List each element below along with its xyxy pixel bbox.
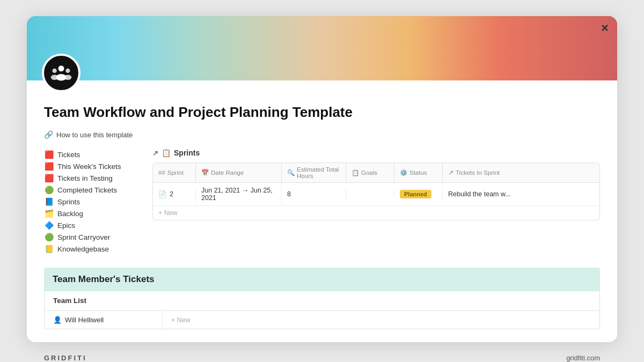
nav-label-tickets: Tickets — [57, 151, 80, 159]
nav-item-backlog[interactable]: 🗂️ Backlog — [44, 208, 135, 219]
svg-point-2 — [53, 69, 57, 73]
sprint-carryover-icon: 🟢 — [44, 233, 54, 241]
banner-keys-visual — [27, 16, 617, 80]
col-sprint-icon: ## — [158, 169, 165, 176]
col-sprint-label: Sprint — [167, 169, 184, 176]
nav-label-this-weeks-tickets: This Week's Tickets — [57, 162, 121, 171]
nav-label-sprint-carryover: Sprint Carryover — [57, 233, 110, 241]
team-section-header: Team Member's Tickets — [44, 268, 600, 291]
nav-label-completed-tickets: Completed Tickets — [57, 186, 117, 194]
how-to-use-label: How to use this template — [56, 131, 133, 139]
nav-item-tickets[interactable]: 🟥 Tickets — [44, 149, 135, 160]
col-hours-label: Estimated Total Hours — [297, 166, 340, 179]
two-col-layout: 🟥 Tickets 🟥 This Week's Tickets 🟥 Ticket… — [44, 149, 600, 255]
sprints-table: ## Sprint 📅 Date Range 🔍 Estimated Total… — [152, 162, 600, 220]
nav-label-knowledgebase: Knowledgebase — [57, 245, 109, 253]
svg-point-5 — [64, 75, 72, 80]
member-name-1: Will Helliwell — [65, 316, 104, 324]
how-to-use-link[interactable]: 🔗 How to use this template — [44, 130, 600, 139]
sprint-row-1-hours: 8 — [282, 187, 346, 202]
col-date-label: Date Range — [211, 169, 244, 176]
sprints-arrow-icon: ↗ — [152, 149, 158, 157]
nav-label-tickets-in-testing: Tickets in Testing — [57, 174, 113, 182]
sprint-row-1-goals — [346, 190, 394, 198]
epics-icon: 🔷 — [44, 221, 54, 230]
col-goals-label: Goals — [361, 169, 377, 176]
avatar — [42, 54, 80, 92]
sprints-icon: 📘 — [44, 197, 54, 206]
completed-tickets-icon: 🟢 — [44, 186, 54, 194]
nav-item-completed-tickets[interactable]: 🟢 Completed Tickets — [44, 184, 135, 196]
sprints-emoji-icon: 📋 — [162, 149, 171, 157]
nav-label-epics: Epics — [57, 221, 75, 230]
svg-point-4 — [65, 69, 70, 73]
banner-image: × — [27, 16, 617, 80]
sprints-table-header: ## Sprint 📅 Date Range 🔍 Estimated Total… — [153, 163, 599, 183]
main-window: × Team Workflow and Project Planning Tem… — [27, 16, 617, 342]
col-date-icon: 📅 — [201, 169, 209, 176]
this-weeks-tickets-icon: 🟥 — [44, 162, 54, 171]
sprint-doc-icon: 📄 — [158, 190, 167, 198]
sprint-row-1[interactable]: 📄 2 Jun 21, 2021 → Jun 25, 2021 8 Planne… — [153, 183, 599, 206]
team-table: Team List 👤 Will Helliwell + New — [44, 291, 600, 329]
col-tickets-label: Tickets In Sprint — [456, 169, 500, 176]
svg-point-0 — [58, 65, 64, 71]
col-goals: 📋 Goals — [346, 163, 394, 182]
right-panel: ↗ 📋 Sprints ## Sprint 📅 Date — [152, 149, 600, 220]
brand-left: GRIDFITI — [44, 354, 87, 362]
backlog-icon: 🗂️ — [44, 209, 54, 218]
col-status-icon: ⚙️ — [400, 169, 407, 176]
sprint-row-1-status: Planned — [394, 187, 443, 202]
team-list-row-1[interactable]: 👤 Will Helliwell + New — [45, 311, 599, 329]
how-to-use-icon: 🔗 — [44, 130, 53, 139]
col-tickets-in-sprint: ↗ Tickets In Sprint — [443, 163, 599, 182]
tickets-in-testing-icon: 🟥 — [44, 174, 54, 182]
status-badge-planned: Planned — [400, 190, 431, 198]
col-hours: 🔍 Estimated Total Hours — [282, 163, 346, 182]
col-tickets-icon: ↗ — [448, 169, 453, 176]
team-section: Team Member's Tickets Team List 👤 Will H… — [44, 268, 600, 329]
sprints-section-label: Sprints — [174, 149, 200, 157]
sprint-row-1-date: Jun 21, 2021 → Jun 25, 2021 — [196, 183, 282, 205]
team-new-button[interactable]: + New — [163, 312, 199, 329]
nav-label-sprints: Sprints — [57, 198, 80, 206]
nav-item-sprint-carryover[interactable]: 🟢 Sprint Carryover — [44, 231, 135, 243]
col-goals-icon: 📋 — [352, 169, 359, 176]
knowledgebase-icon: 📒 — [44, 245, 54, 253]
left-nav: 🟥 Tickets 🟥 This Week's Tickets 🟥 Ticket… — [44, 149, 135, 255]
sprint-row-1-tickets: Rebuild the team w... — [443, 187, 599, 202]
bottom-bar: GRIDFITI gridfiti.com — [27, 348, 617, 362]
col-date-range: 📅 Date Range — [196, 163, 282, 182]
sprints-section-header: ↗ 📋 Sprints — [152, 149, 600, 157]
nav-item-tickets-in-testing[interactable]: 🟥 Tickets in Testing — [44, 172, 135, 184]
col-status: ⚙️ Status — [394, 163, 443, 182]
main-content-area: Team Workflow and Project Planning Templ… — [27, 80, 617, 342]
nav-item-knowledgebase[interactable]: 📒 Knowledgebase — [44, 243, 135, 255]
tickets-icon: 🟥 — [44, 150, 54, 159]
sprint-row-1-sprint: 📄 2 — [153, 187, 196, 202]
svg-point-3 — [51, 75, 58, 80]
nav-item-this-weeks-tickets[interactable]: 🟥 This Week's Tickets — [44, 160, 135, 172]
team-member-1: 👤 Will Helliwell — [45, 311, 163, 329]
close-button[interactable]: × — [601, 20, 609, 35]
member-icon-1: 👤 — [53, 316, 62, 324]
team-list-label: Team List — [45, 291, 599, 311]
col-status-label: Status — [409, 169, 427, 176]
sprints-new-row[interactable]: + New — [153, 206, 599, 220]
col-sprint: ## Sprint — [153, 163, 196, 182]
brand-right: gridfiti.com — [566, 354, 600, 362]
nav-label-backlog: Backlog — [57, 210, 83, 218]
page-title: Team Workflow and Project Planning Templ… — [44, 104, 600, 121]
nav-item-sprints[interactable]: 📘 Sprints — [44, 196, 135, 208]
nav-item-epics[interactable]: 🔷 Epics — [44, 219, 135, 231]
col-hours-icon: 🔍 — [287, 169, 295, 176]
